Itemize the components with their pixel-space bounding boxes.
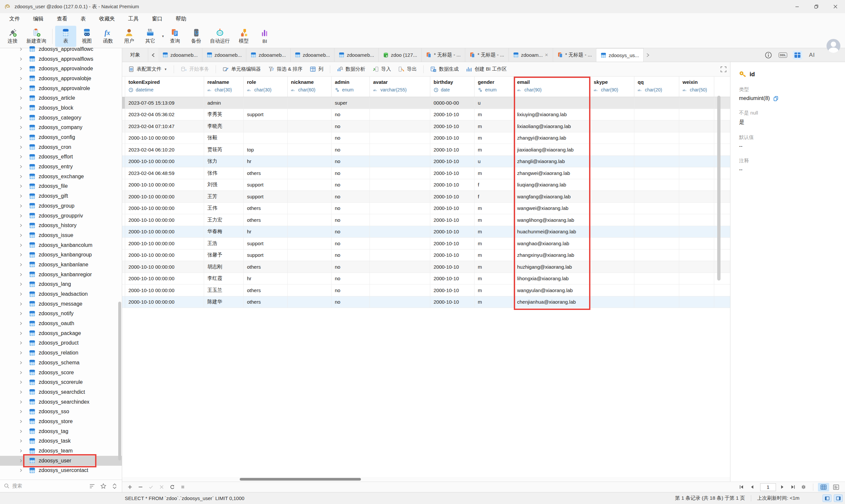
sidebar-item-zdoosys_package[interactable]: zdoosys_package <box>0 328 122 338</box>
cell-gender[interactable]: f <box>475 179 514 191</box>
cell-gender[interactable]: m <box>475 296 514 308</box>
cell-qq[interactable] <box>634 144 679 156</box>
cell-gender[interactable]: m <box>475 167 514 179</box>
grid-settings-gear-icon[interactable] <box>799 484 808 491</box>
expand-chevron-icon[interactable] <box>18 380 23 384</box>
new-query-button[interactable]: 新建查询 <box>23 26 50 47</box>
cell-realname[interactable]: 贾筱芮 <box>204 144 244 156</box>
connect-button[interactable]: 连接 <box>2 26 23 47</box>
cell-skype[interactable] <box>591 167 634 179</box>
cell-gender[interactable]: u <box>475 156 514 167</box>
tab-objects[interactable]: 对象 <box>122 48 148 62</box>
cell-qq[interactable] <box>634 261 679 273</box>
expand-chevron-icon[interactable] <box>18 458 23 463</box>
sidebar-item-zdoosys_searchindex[interactable]: zdoosys_searchindex <box>0 397 122 407</box>
cell-tokenExpired[interactable]: 2023-07-05 15:13:09 <box>125 97 204 109</box>
cell-skype[interactable] <box>591 296 634 308</box>
sidebar-item-zdoosys_approvalrole[interactable]: zdoosys_approvalrole <box>0 84 122 93</box>
expand-chevron-icon[interactable] <box>18 96 23 100</box>
column-header-admin[interactable]: adminenum <box>332 76 370 97</box>
cell-skype[interactable] <box>591 156 634 167</box>
cell-avatar[interactable] <box>370 214 430 226</box>
expand-chevron-icon[interactable] <box>18 419 23 424</box>
cell-avatar[interactable] <box>370 121 430 132</box>
sidebar-item-zdoosys_entry[interactable]: zdoosys_entry <box>0 162 122 172</box>
add-record-button[interactable] <box>125 484 134 491</box>
cell-weixin[interactable] <box>679 132 714 144</box>
cell-gender[interactable]: m <box>475 285 514 296</box>
cell-skype[interactable] <box>591 203 634 214</box>
columns-button[interactable]: 列 <box>306 64 327 74</box>
cell-weixin[interactable] <box>679 144 714 156</box>
cell-nickname[interactable] <box>287 191 332 202</box>
cell-skype[interactable] <box>591 144 634 156</box>
cell-email[interactable]: wanghao@xiaorang.lab <box>514 238 591 249</box>
cell-admin[interactable]: no <box>332 261 370 273</box>
cell-email[interactable]: lixiuying@xiaorang.lab <box>514 109 591 121</box>
expand-chevron-icon[interactable] <box>18 449 23 453</box>
sidebar-item-zdoosys_product[interactable]: zdoosys_product <box>0 338 122 348</box>
cell-nickname[interactable] <box>287 156 332 167</box>
cell-role[interactable]: support <box>244 238 287 249</box>
sidebar-item-zdoosys_kanbangroup[interactable]: zdoosys_kanbangroup <box>0 250 122 260</box>
cell-weixin[interactable] <box>679 214 714 226</box>
data-generation-button[interactable]: 101ABC 数据生成 <box>427 64 462 74</box>
sidebar-item-zdoosys_task[interactable]: zdoosys_task <box>0 436 122 446</box>
cell-role[interactable]: others <box>244 285 287 296</box>
cell-weixin[interactable] <box>679 273 714 285</box>
cell-birthday[interactable]: 2000-10-10 <box>430 167 475 179</box>
cell-tokenExpired[interactable]: 2023-02-04 06:48:59 <box>125 167 204 179</box>
cell-tokenExpired[interactable]: 2000-10-10 00:00:00 <box>125 296 204 308</box>
cell-realname[interactable]: 王玉兰 <box>204 285 244 296</box>
expand-chevron-icon[interactable] <box>18 439 23 443</box>
cell-email[interactable]: zhangli@xiaorang.lab <box>514 156 591 167</box>
cell-admin[interactable]: no <box>332 238 370 249</box>
cell-realname[interactable]: 张力 <box>204 156 244 167</box>
cell-avatar[interactable] <box>370 179 430 191</box>
bi-button[interactable]: BI <box>254 26 276 47</box>
ddl-icon[interactable]: DDL <box>778 51 788 59</box>
cell-realname[interactable]: 张毅 <box>204 132 244 144</box>
expand-chevron-icon[interactable] <box>18 360 23 365</box>
cell-realname[interactable]: 王浩 <box>204 238 244 249</box>
form-view-toggle[interactable] <box>830 483 842 491</box>
expand-chevron-icon[interactable] <box>18 341 23 345</box>
menu-item-3[interactable]: 查看 <box>50 13 74 24</box>
sidebar-item-zdoosys_leadsaction[interactable]: zdoosys_leadsaction <box>0 289 122 299</box>
sidebar-item-zdoosys_notify[interactable]: zdoosys_notify <box>0 309 122 319</box>
table-row-2[interactable]: 2023-02-04 05:36:02李秀英supportno2000-10-1… <box>122 109 730 121</box>
sidebar-item-zdoosys_user[interactable]: zdoosys_user <box>0 456 122 466</box>
cell-nickname[interactable] <box>287 203 332 214</box>
sidebar-item-zdoosys_team[interactable]: zdoosys_team <box>0 446 122 456</box>
data-analysis-button[interactable]: 数据分析 <box>334 64 369 74</box>
cell-skype[interactable] <box>591 121 634 132</box>
cell-gender[interactable]: f <box>475 191 514 202</box>
cell-realname[interactable]: 刘强 <box>204 179 244 191</box>
cell-tokenExpired[interactable]: 2000-10-10 00:00:00 <box>125 261 204 273</box>
expand-chevron-icon[interactable] <box>18 184 23 188</box>
cell-email[interactable]: huzhigang@xiaorang.lab <box>514 261 591 273</box>
cell-realname[interactable]: 胡志刚 <box>204 261 244 273</box>
cell-tokenExpired[interactable]: 2000-10-10 00:00:00 <box>125 285 204 296</box>
sidebar-item-zdoosys_score[interactable]: zdoosys_score <box>0 368 122 378</box>
table-row-14[interactable]: 2000-10-10 00:00:00张馨予supportno2000-10-1… <box>122 250 730 262</box>
cell-tokenExpired[interactable]: 2000-10-10 00:00:00 <box>125 132 204 144</box>
cell-gender[interactable]: m <box>475 273 514 285</box>
column-header-role[interactable]: roleaBcchar(30) <box>244 76 287 97</box>
cell-birthday[interactable]: 2000-10-10 <box>430 191 475 202</box>
expand-chevron-icon[interactable] <box>18 390 23 394</box>
restore-button[interactable] <box>807 0 826 13</box>
sidebar-item-zdoosys_relation[interactable]: zdoosys_relation <box>0 348 122 358</box>
menu-item-5[interactable]: 收藏夹 <box>92 13 122 24</box>
sidebar-item-zdoosys_message[interactable]: zdoosys_message <box>0 299 122 309</box>
cell-email[interactable]: zhangxinyu@xiaorang.lab <box>514 250 591 261</box>
sidebar-item-zdoosys_company[interactable]: zdoosys_company <box>0 123 122 133</box>
expand-chevron-icon[interactable] <box>18 252 23 257</box>
cell-role[interactable]: others <box>244 203 287 214</box>
menu-item-7[interactable]: 窗口 <box>145 13 169 24</box>
cell-admin[interactable]: no <box>332 214 370 226</box>
filter-list-icon[interactable] <box>89 483 95 489</box>
cell-gender[interactable]: m <box>475 238 514 249</box>
expand-chevron-icon[interactable] <box>18 57 23 61</box>
expand-chevron-icon[interactable] <box>18 409 23 414</box>
